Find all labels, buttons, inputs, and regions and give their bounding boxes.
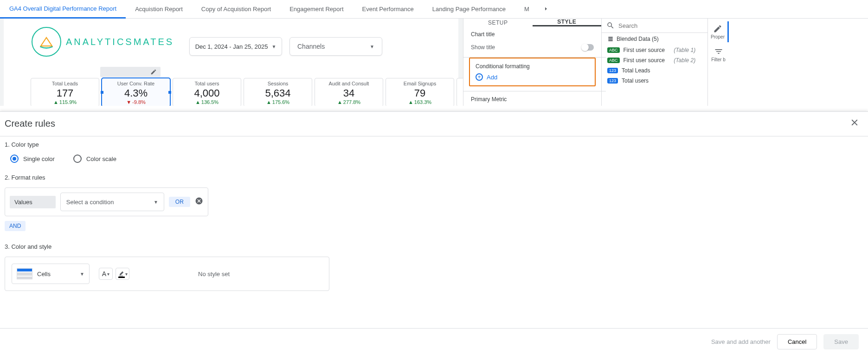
remove-condition-button[interactable] [195,197,203,207]
properties-button[interactable]: Proper [708,21,729,42]
scorecard-user-conv-rate[interactable]: User Conv. Rate 4.3% ▼-9.8% [102,78,170,106]
step-3-color-style: 3. Color and style [5,243,863,250]
dropdown-icon: ▼ [80,271,84,277]
cond-format-title: Conditional formatting [476,63,589,70]
scorecard-title: Audit and Consult [329,81,369,86]
fill-color-button[interactable]: ▾ [116,268,129,280]
close-button[interactable] [849,117,860,129]
right-rail: Proper Filter b [707,19,729,106]
cells-icon [17,268,32,279]
field-total-users[interactable]: 123Total users [602,76,707,86]
field-total-leads[interactable]: 123Total Leads [602,65,707,76]
conditional-formatting-section: Conditional formatting + Add [469,58,596,86]
tab-engagement[interactable]: Engagement Report [280,0,353,19]
filter-bar-button[interactable]: Filter b [708,44,729,65]
save-button[interactable]: Save [823,334,859,349]
plus-icon: + [476,73,483,81]
report-tabs: GA4 Overall Digital Performance Report A… [0,0,868,19]
scorecard-value: 34 [343,87,354,99]
number-type-icon: 123 [607,68,618,73]
cancel-button[interactable]: Cancel [777,334,817,349]
dropdown-icon: ▼ [370,44,374,49]
step-1-color-type: 1. Color type [5,141,863,148]
scorecard-delta: ▼-9.8% [126,99,146,105]
dropdown-icon: ▼ [154,200,158,205]
report-canvas[interactable]: ANALYTICSMATES Dec 1, 2024 - Jan 25, 202… [0,19,463,106]
tab-ga4-overall[interactable]: GA4 Overall Digital Performance Report [0,0,126,19]
scorecard-delta: ▲175.6% [266,99,289,105]
scorecard-delta: ▲163.3% [408,99,431,105]
field-first-user-source-1[interactable]: ABCFirst user source (Table 1) [602,45,707,55]
save-add-another-button[interactable]: Save and add another [711,338,771,345]
number-type-icon: 123 [607,78,618,84]
chart-title-section: Chart title [471,31,594,38]
scorecard-sessions[interactable]: Sessions 5,634 ▲175.6% [244,78,312,106]
scorecard-value: 79 [414,87,425,99]
scorecard-value: 4,000 [194,87,219,99]
scorecard-audit-consult[interactable]: Audit and Consult 34 ▲277.8% [315,78,383,106]
font-color-button[interactable]: A▾ [99,268,113,280]
radio-single-color[interactable]: Single color [10,155,55,163]
pencil-icon [150,69,157,75]
scorecard-delta: ▲115.9% [53,99,77,105]
scorecard-gated-content[interactable]: Gated Content 55 ▲71.9% [457,78,463,106]
no-style-label: No style set [198,271,230,278]
radio-color-scale[interactable]: Color scale [73,155,116,163]
date-range-picker[interactable]: Dec 1, 2024 - Jan 25, 2025 ▼ [189,37,282,56]
modal-title: Create rules [5,118,55,129]
scorecard-value: 5,634 [265,87,290,99]
logo-text: ANALYTICSMATES [66,37,174,47]
tab-more[interactable]: M [515,0,539,19]
add-condition-button[interactable]: + Add [476,73,589,81]
scorecard-title: Sessions [268,81,289,86]
scorecard-delta: ▲136.5% [195,99,219,105]
show-title-toggle[interactable] [582,44,594,51]
close-icon [849,117,860,128]
step-2-format-rules: 2. Format rules [5,174,863,181]
create-rules-panel: Create rules 1. Color type Single color … [0,111,868,355]
filter-icon [714,47,723,56]
scorecard-email-signups[interactable]: Email Signups 79 ▲163.3% [386,78,454,106]
scorecard-title: Email Signups [404,81,436,86]
scorecard-total-users[interactable]: Total users 4,000 ▲136.5% [173,78,241,106]
scorecard-value: 4.3% [124,87,148,99]
tab-acquisition[interactable]: Acquistion Report [126,0,192,19]
scorecard-edit-toolbar[interactable] [100,67,161,77]
tab-copy-acquisition[interactable]: Copy of Acquistion Report [192,0,280,19]
chart-config-panel: SETUP STYLE Chart title Show title Condi… [463,19,602,106]
tab-style[interactable]: STYLE [533,19,602,26]
field-search[interactable] [602,19,707,33]
scorecard-total-leads[interactable]: Total Leads 177 ▲115.9% [31,78,99,106]
or-button[interactable]: OR [169,197,190,207]
show-title-label: Show title [471,44,495,51]
tabs-scroll-right[interactable] [539,5,553,13]
scorecard-value: 177 [57,87,74,99]
and-button[interactable]: AND [5,221,26,231]
scorecard-row: Total Leads 177 ▲115.9% User Conv. Rate … [31,78,463,106]
tab-setup[interactable]: SETUP [463,19,533,26]
tab-landing-page[interactable]: Landing Page Performance [423,0,515,19]
scorecard-title: Total Leads [52,81,78,86]
data-source-title[interactable]: Blended Data (5) [602,33,707,45]
field-first-user-source-2[interactable]: ABCFirst user source (Table 2) [602,55,707,65]
report-page: ANALYTICSMATES Dec 1, 2024 - Jan 25, 202… [4,19,458,106]
date-range-label: Dec 1, 2024 - Jan 25, 2025 [195,43,268,50]
search-input[interactable] [618,22,703,29]
paint-icon [118,271,124,277]
condition-select[interactable]: Select a condition ▼ [60,193,164,211]
add-label: Add [487,74,497,81]
channel-label: Channels [297,43,325,50]
scorecard-title: User Conv. Rate [117,81,155,86]
style-definition-row: Cells ▼ A▾ ▾ No style set [5,257,329,291]
brand-logo: ANALYTICSMATES [32,27,174,57]
text-type-icon: ABC [607,58,620,63]
tab-event-performance[interactable]: Event Performance [353,0,423,19]
pencil-icon [713,24,722,33]
scorecard-title: Total users [194,81,219,86]
datasource-icon [607,36,614,42]
data-fields-panel: Blended Data (5) ABCFirst user source (T… [602,19,707,106]
channel-filter[interactable]: Channels ▼ [289,37,382,56]
scorecard-delta: ▲277.8% [337,99,360,105]
apply-to-cells-select[interactable]: Cells ▼ [12,264,90,284]
rule-target-values[interactable]: Values [10,196,56,208]
